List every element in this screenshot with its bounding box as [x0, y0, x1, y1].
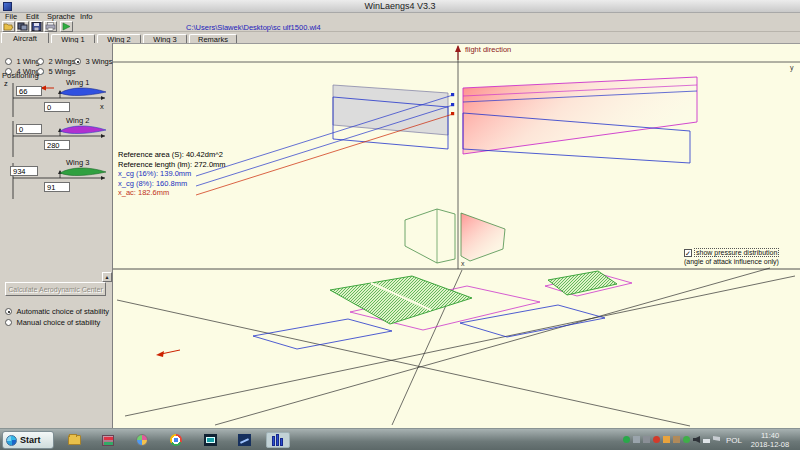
reference-values-block: Reference area (S): 40.42dm^2 Reference … [118, 150, 226, 198]
pressure-checkbox-label[interactable]: show pressure distribution [694, 248, 779, 257]
open-file-button[interactable] [2, 21, 15, 32]
wing1-x-input[interactable]: 0 [44, 102, 70, 112]
wing3-x-input[interactable]: 91 [44, 182, 70, 192]
pressure-note: (angle of attack influence only) [684, 258, 779, 265]
printer-icon [45, 22, 56, 31]
menu-item-info[interactable]: Info [80, 13, 93, 21]
wing2-airfoil-icon [60, 126, 106, 134]
system-tray [623, 436, 720, 443]
x-cg-16-value: x_cg (16%): 139.0mm [118, 169, 226, 179]
z-axis-label: z [4, 79, 8, 88]
geometry-plot: y x [113, 44, 800, 429]
taskbar-paint[interactable] [130, 432, 154, 448]
tab-remarks[interactable]: Remarks [189, 34, 237, 43]
left-fin-outline [405, 209, 455, 263]
taskbar-stats-app[interactable] [232, 432, 256, 448]
print-button[interactable] [44, 21, 57, 32]
taskbar: Start POL 11:40 2018-12-08 [0, 428, 800, 450]
taskbar-clock[interactable]: 11:40 2018-12-08 [744, 431, 796, 449]
flight-direction-label: flight direction [465, 45, 511, 54]
wing1-label: Wing 1 [66, 78, 89, 87]
wing1-axis-drawing [2, 79, 112, 119]
run-button[interactable] [60, 21, 73, 32]
tab-aircraft[interactable]: Aircraft [1, 32, 49, 43]
run-play-icon [61, 22, 72, 31]
menu-item-edit[interactable]: Edit [26, 13, 39, 21]
tab-wing-1[interactable]: Wing 1 [51, 34, 95, 43]
menu-item-sprache[interactable]: Sprache [47, 13, 75, 21]
save-icon [31, 22, 42, 31]
start-button[interactable]: Start [2, 431, 54, 449]
x-axis-label: x [100, 102, 104, 111]
reference-area: Reference area (S): 40.42dm^2 [118, 150, 226, 160]
wing2-label: Wing 2 [66, 116, 89, 125]
flight-direction-arrow-icon [455, 45, 461, 52]
taskbar-winrar[interactable] [96, 432, 120, 448]
save-button[interactable] [30, 21, 43, 32]
wing1-positioning-widget: z Wing 1 66 0 x [2, 79, 112, 119]
x-axis-label: x [461, 260, 465, 267]
people-icon[interactable] [673, 436, 680, 443]
tab-wing-2[interactable]: Wing 2 [97, 34, 141, 43]
open-folder-icon [3, 22, 14, 31]
radio-manual-stability[interactable]: Manual choice of stability [5, 311, 100, 329]
wing3-z-input[interactable]: 934 [10, 166, 38, 176]
menu-bar: File Edit Sprache Info [0, 13, 800, 21]
scroll-up-button[interactable]: ▲ [102, 272, 112, 282]
taskbar-mail[interactable] [198, 432, 222, 448]
wing2-z-input[interactable]: 0 [16, 124, 42, 134]
right-fin-pressure [461, 213, 505, 261]
alert-icon[interactable] [653, 436, 660, 443]
language-indicator[interactable]: POL [726, 436, 742, 445]
window-title: WinLaengs4 V3.3 [0, 0, 800, 13]
paint-palette-icon [136, 434, 148, 446]
chart-icon [238, 434, 251, 446]
wing3-label: Wing 3 [66, 158, 89, 167]
reference-length: Reference length (lm): 272.0mm [118, 160, 226, 170]
wing3-positioning-widget: Wing 3 934 91 [2, 159, 112, 199]
volume-icon[interactable] [693, 436, 700, 443]
clock-date: 2018-12-08 [744, 440, 796, 449]
mail-envelope-icon [204, 434, 217, 446]
calculate-aerodynamic-center-button[interactable]: Calculate Aerodynamic Center [5, 282, 106, 296]
ac-marker [451, 112, 454, 115]
3d-pressure-mesh-main [330, 276, 472, 324]
wing2-x-input[interactable]: 280 [44, 140, 70, 150]
radio-3-wings[interactable]: 3 Wings [74, 50, 113, 68]
drawing-canvas: y x [113, 43, 800, 428]
taskbar-file-explorer[interactable] [62, 432, 86, 448]
wing2-positioning-widget: Wing 2 0 280 [2, 117, 112, 157]
menu-item-file[interactable]: File [5, 13, 17, 21]
folder-icon [68, 435, 81, 445]
copy-button[interactable] [16, 21, 29, 32]
app-window: WinLaengs4 V3.3 File Edit Sprache Info C… [0, 0, 800, 450]
start-logo-icon [6, 435, 17, 446]
taskbar-chrome[interactable] [164, 432, 188, 448]
pressure-checkbox[interactable]: ✓ [684, 249, 692, 257]
current-file-path: C:\Users\Slawek\Desktop\sc ulf1500.wl4 [186, 23, 321, 32]
x-cg-8-value: x_cg (8%): 160.8mm [118, 179, 226, 189]
tab-wing-3[interactable]: Wing 3 [143, 34, 187, 43]
printer-icon[interactable] [643, 436, 650, 443]
update-ok-icon[interactable] [623, 436, 630, 443]
radio-5-wings[interactable]: 5 Wings [37, 60, 76, 78]
warning-icon[interactable] [663, 436, 670, 443]
user-icon[interactable] [633, 436, 640, 443]
flag-icon[interactable] [713, 436, 720, 443]
taskbar-winlaengs-active[interactable] [266, 432, 290, 448]
3d-pressure-mesh-tail [548, 271, 617, 295]
antivirus-shield-icon[interactable] [683, 436, 690, 443]
wing1-airfoil-icon [60, 88, 106, 96]
title-bar: WinLaengs4 V3.3 [0, 0, 800, 13]
aircraft-config-panel: 1 Wing 2 Wings 3 Wings 4 Wings 5 Wings P… [0, 43, 113, 428]
radio-circle-icon [5, 319, 12, 326]
archive-icon [102, 435, 114, 446]
network-signal-icon[interactable] [703, 436, 710, 443]
copy-icon [17, 22, 28, 31]
wing3-airfoil-icon [60, 168, 106, 176]
3d-panel-outline-blue [253, 319, 392, 349]
cg-marker [451, 103, 454, 106]
cg-marker [451, 93, 454, 96]
wing1-z-input[interactable]: 66 [16, 86, 42, 96]
y-axis-label: y [790, 64, 794, 72]
